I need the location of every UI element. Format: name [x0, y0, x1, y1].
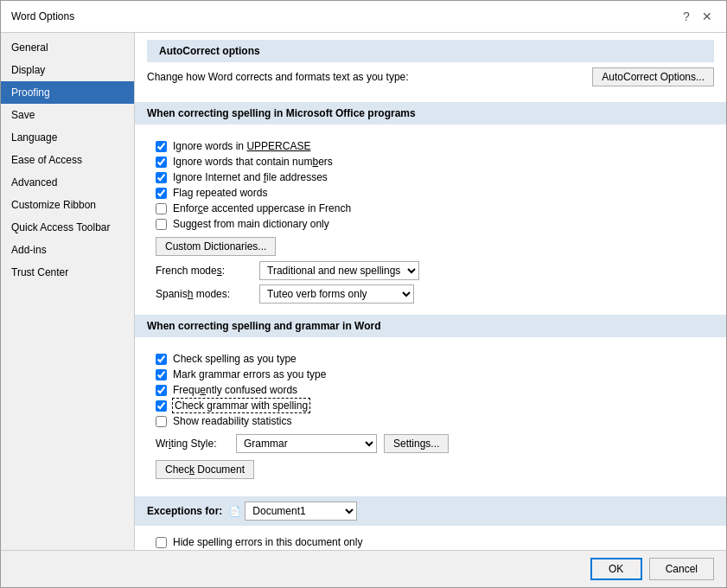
hide-spell-errors-label: Hide spelling errors in this document on…: [173, 536, 362, 548]
mark-grammar-row: Mark grammar errors as you type: [147, 368, 714, 380]
ignore-internet-checkbox[interactable]: [156, 172, 167, 183]
ignore-numbers-checkbox[interactable]: [156, 157, 167, 168]
close-button[interactable]: ✕: [698, 8, 716, 25]
exceptions-section-container: Exceptions for: 📄 Document1 Hide spellin…: [135, 496, 726, 550]
freq-confused-row: Frequently confused words: [147, 384, 714, 396]
sidebar-item-customize-ribbon[interactable]: Customize Ribbon: [1, 194, 134, 216]
autocorrect-options-button[interactable]: AutoCorrect Options...: [592, 67, 714, 86]
autocorrect-section: AutoCorrect options Change how Word corr…: [135, 33, 726, 102]
check-grammar-focused-label: Check grammar with spelling: [173, 399, 309, 412]
enforce-underline: c: [198, 202, 203, 214]
autocorrect-header: AutoCorrect options: [147, 40, 714, 62]
ignore-numbers-row: Ignore words that contain numbers: [147, 156, 714, 168]
ms-office-content: Ignore words in UPPERCASE Ignore words t…: [135, 130, 726, 315]
spanish-modes-label: Spanish modes:: [156, 288, 259, 300]
exceptions-content: Hide spelling errors in this document on…: [135, 526, 726, 550]
check-spelling-row: Check spelling as you type: [147, 353, 714, 365]
ignore-uppercase-checkbox[interactable]: [156, 141, 167, 152]
mark-grammar-checkbox[interactable]: [156, 369, 167, 380]
sidebar-item-trust-center[interactable]: Trust Center: [1, 261, 134, 284]
check-grammar-spelling-checkbox[interactable]: [156, 400, 167, 412]
ignore-internet-label: Ignore Internet and file addresses: [173, 171, 328, 183]
check-doc-row: Check Document: [147, 460, 714, 479]
show-readability-checkbox[interactable]: [156, 416, 167, 427]
sidebar-item-advanced[interactable]: Advanced: [1, 171, 134, 194]
ok-button[interactable]: OK: [590, 558, 642, 580]
main-content: AutoCorrect options Change how Word corr…: [135, 33, 726, 550]
title-bar-controls: ? ✕: [678, 8, 716, 25]
dialog-footer: OK Cancel: [1, 550, 726, 587]
enforce-accented-row: Enforce accented uppercase in French: [147, 202, 714, 214]
mark-grammar-label: Mark grammar errors as you type: [173, 368, 326, 380]
sidebar: General Display Proofing Save Language E…: [1, 33, 135, 550]
sidebar-item-add-ins[interactable]: Add-ins: [1, 239, 134, 261]
exceptions-header: Exceptions for: 📄 Document1: [135, 496, 726, 526]
french-modes-label: French modes:: [156, 265, 259, 277]
french-modes-row: French modes: Traditional and new spelli…: [156, 261, 714, 280]
custom-dictionaries-button[interactable]: Custom Dictionaries...: [156, 237, 276, 256]
check-spelling-label: Check spelling as you type: [173, 353, 297, 365]
title-bar: Word Options ? ✕: [1, 1, 726, 33]
file-underline: f: [264, 171, 266, 183]
check-grammar-spelling-label: Check grammar with spelling: [173, 399, 309, 412]
document-icon: 📄: [229, 506, 241, 517]
cancel-button[interactable]: Cancel: [649, 558, 714, 580]
spanish-modes-select[interactable]: Tuteo verb forms only Voseo verb forms o…: [259, 284, 414, 304]
word-section-header: When correcting spelling and grammar in …: [135, 315, 726, 337]
sidebar-item-save[interactable]: Save: [1, 104, 134, 126]
suggest-main-label: Suggest from main dictionary only: [173, 218, 329, 230]
sidebar-item-quick-access-toolbar[interactable]: Quick Access Toolbar: [1, 216, 134, 239]
french-modes-select[interactable]: Traditional and new spellings Traditiona…: [259, 261, 419, 280]
writing-style-row: Writing Style: Grammar Grammar & Style G…: [147, 434, 714, 453]
freq-confused-checkbox[interactable]: [156, 385, 167, 396]
numbers-underline: b: [312, 156, 318, 168]
check-grammar-spelling-row: Check grammar with spelling: [147, 399, 714, 412]
exceptions-label: Exceptions for:: [147, 505, 222, 517]
hide-spell-errors-row: Hide spelling errors in this document on…: [147, 536, 714, 548]
uppercase-underline: UPPERCASE: [246, 140, 310, 152]
exceptions-document-select[interactable]: Document1: [245, 502, 357, 521]
check-document-button[interactable]: Check Document: [156, 460, 254, 479]
sidebar-item-ease-of-access[interactable]: Ease of Access: [1, 149, 134, 171]
ignore-uppercase-row: Ignore words in UPPERCASE: [147, 140, 714, 152]
sidebar-item-general[interactable]: General: [1, 36, 134, 59]
word-section: When correcting spelling and grammar in …: [135, 315, 726, 491]
dialog-body: General Display Proofing Save Language E…: [1, 33, 726, 550]
check-spelling-checkbox[interactable]: [156, 354, 167, 365]
ignore-internet-row: Ignore Internet and file addresses: [147, 171, 714, 183]
word-options-dialog: Word Options ? ✕ General Display Proofin…: [0, 0, 727, 588]
help-button[interactable]: ?: [678, 8, 695, 25]
autocorrect-row: Change how Word corrects and formats tex…: [147, 67, 714, 86]
custom-dict-row: Custom Dictionaries...: [156, 237, 714, 256]
suggest-main-checkbox[interactable]: [156, 219, 167, 230]
sidebar-item-language[interactable]: Language: [1, 126, 134, 149]
hide-spell-errors-checkbox[interactable]: [156, 537, 167, 548]
ms-office-section: When correcting spelling in Microsoft Of…: [135, 102, 726, 315]
settings-button[interactable]: Settings...: [384, 434, 449, 453]
enforce-accented-checkbox[interactable]: [156, 203, 167, 214]
ignore-uppercase-label: Ignore words in UPPERCASE: [173, 140, 310, 152]
dialog-title: Word Options: [11, 10, 74, 22]
show-readability-row: Show readability statistics: [147, 415, 714, 427]
ignore-numbers-label: Ignore words that contain numbers: [173, 156, 333, 168]
sidebar-item-proofing[interactable]: Proofing: [1, 81, 134, 104]
word-section-content: Check spelling as you type Mark grammar …: [135, 342, 726, 491]
sidebar-item-display[interactable]: Display: [1, 59, 134, 81]
writing-style-label: Writing Style:: [156, 438, 229, 450]
enforce-accented-label: Enforce accented uppercase in French: [173, 202, 351, 214]
ms-office-header: When correcting spelling in Microsoft Of…: [135, 102, 726, 125]
spanish-modes-row: Spanish modes: Tuteo verb forms only Vos…: [156, 284, 714, 304]
exceptions-dropdown: 📄 Document1: [229, 502, 357, 521]
freq-confused-label: Frequently confused words: [173, 384, 297, 396]
autocorrect-description: Change how Word corrects and formats tex…: [147, 71, 409, 83]
show-readability-label: Show readability statistics: [173, 415, 291, 427]
suggest-main-row: Suggest from main dictionary only: [147, 218, 714, 230]
flag-repeated-checkbox[interactable]: [156, 188, 167, 199]
flag-repeated-row: Flag repeated words: [147, 187, 714, 199]
writing-style-select[interactable]: Grammar Grammar & Style Grammar & Refine…: [236, 434, 377, 453]
flag-repeated-label: Flag repeated words: [173, 187, 267, 199]
